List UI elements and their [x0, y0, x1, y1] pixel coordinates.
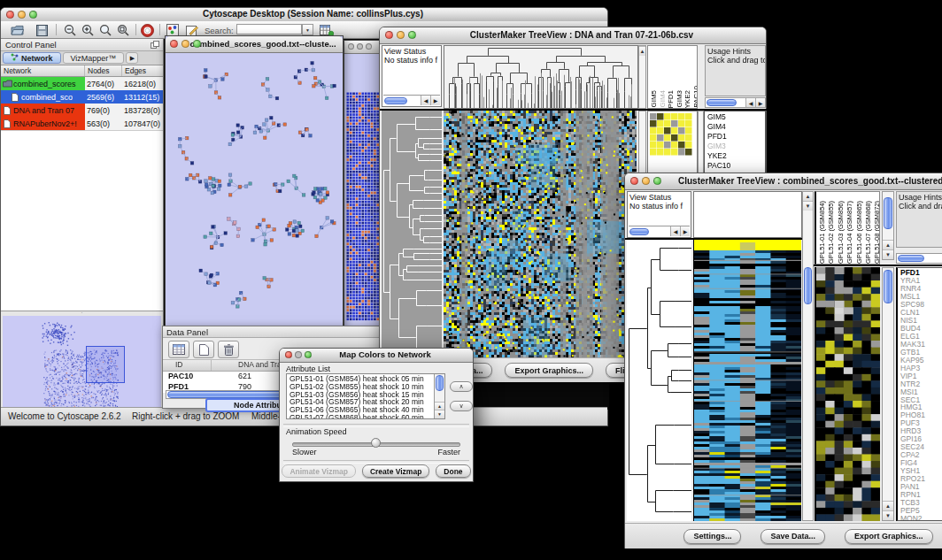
- tv1-heatmap-canvas[interactable]: [444, 111, 637, 357]
- network-list-row[interactable]: combined_scores2764(0)16218(0): [1, 77, 163, 90]
- tv1-column-label[interactable]: PAC10: [692, 86, 699, 108]
- network-list-row[interactable]: combined_sco2569(6)13112(15): [1, 90, 163, 104]
- dense-network-canvas[interactable]: [346, 92, 382, 322]
- scroll-left-button[interactable]: ◀: [670, 226, 680, 236]
- network-list-row[interactable]: DNA and Tran 07769(0)183728(0): [1, 104, 163, 117]
- scrollbar-thumb[interactable]: [436, 375, 444, 391]
- col-edges[interactable]: Edges: [122, 65, 163, 76]
- close-button[interactable]: [630, 177, 638, 185]
- search-input[interactable]: [236, 24, 302, 35]
- tab-network[interactable]: Network: [3, 52, 61, 64]
- zoom-window-button[interactable]: [408, 31, 416, 39]
- minimize-button[interactable]: [357, 43, 363, 50]
- scroll-right-button[interactable]: ▶: [430, 96, 440, 105]
- new-attribute-icon[interactable]: [193, 341, 214, 358]
- tv2-save-data-button[interactable]: Save Data...: [761, 529, 825, 544]
- scrollbar-thumb[interactable]: [384, 97, 407, 104]
- tv1-column-label[interactable]: GIM5: [650, 90, 659, 108]
- attribute-list-item[interactable]: GPL51-07 (GSM868) heat shock 60 min: [290, 414, 434, 419]
- scroll-right-button[interactable]: ▶: [755, 98, 765, 107]
- dialog-done-button[interactable]: Done: [436, 464, 470, 478]
- zoom-window-button[interactable]: [653, 177, 661, 185]
- col-network[interactable]: Network: [1, 65, 85, 76]
- float-panel-icon[interactable]: [151, 41, 159, 50]
- scrollbar-thumb[interactable]: [804, 267, 812, 304]
- tv2-column-label[interactable]: GPL51-02 (GSM855): [827, 201, 836, 264]
- zoom-in-icon[interactable]: [81, 23, 95, 37]
- attribute-listbox[interactable]: GPL51-01 (GSM854) heat shock 05 minGPL51…: [286, 373, 445, 419]
- treeview2-titlebar[interactable]: ClusterMaker TreeView : combined_scores_…: [625, 173, 942, 190]
- scroll-right-button[interactable]: ▶: [680, 226, 690, 236]
- animation-speed-slider[interactable]: [292, 439, 460, 449]
- tv1-column-label[interactable]: GIM4: [659, 90, 668, 108]
- minimize-button[interactable]: [181, 40, 189, 48]
- zoom-window-button[interactable]: [305, 351, 312, 358]
- tv1-column-dendrogram[interactable]: [444, 45, 638, 109]
- scrollbar-thumb[interactable]: [706, 99, 737, 106]
- tv1-status-hscrollbar[interactable]: ◀ ▶: [383, 95, 440, 105]
- close-button[interactable]: [385, 31, 393, 39]
- gene-label[interactable]: MON2: [900, 515, 942, 521]
- help-icon[interactable]: [140, 23, 154, 37]
- select-attributes-icon[interactable]: [168, 341, 189, 358]
- scrollbar-thumb[interactable]: [884, 270, 892, 303]
- tv1-top-vscrollbar[interactable]: ▲: [638, 45, 646, 109]
- tv1-row-label[interactable]: GIM5: [707, 112, 765, 122]
- tv2-zoom-heatmap-canvas[interactable]: [815, 267, 880, 521]
- tv2-genes-vscrollbar[interactable]: ▲ ▼: [882, 267, 894, 521]
- network-overview-canvas[interactable]: [3, 316, 161, 410]
- tv1-row-label[interactable]: YKE2: [707, 151, 765, 161]
- tv1-summary-matrix-canvas[interactable]: [650, 113, 692, 156]
- tv1-row-label[interactable]: PAC10: [707, 161, 765, 171]
- tv2-column-label[interactable]: GPL51-06 (GSM865): [855, 201, 864, 264]
- network-window-titlebar[interactable]: combined_scores_good.txt--cluste...: [166, 36, 343, 53]
- move-up-button[interactable]: ∧: [450, 381, 473, 392]
- tv1-row-label[interactable]: GIM3: [707, 142, 765, 151]
- scroll-up-button[interactable]: ▲: [639, 46, 645, 56]
- scroll-down-button[interactable]: ▼: [435, 410, 444, 418]
- tv2-column-label[interactable]: GPL51-04 (GSM857): [845, 201, 854, 264]
- minimize-button[interactable]: [642, 177, 650, 185]
- tv1-column-label[interactable]: PFD1: [667, 90, 676, 108]
- attribute-list-vscrollbar[interactable]: ▲ ▼: [434, 374, 444, 418]
- zoom-window-button[interactable]: [29, 11, 37, 19]
- zoom-window-button[interactable]: [366, 43, 372, 50]
- minimize-button[interactable]: [397, 31, 405, 39]
- minimize-button[interactable]: [295, 351, 302, 358]
- zoom-fit-icon[interactable]: [98, 23, 112, 37]
- tv2-heatmap-canvas[interactable]: [693, 240, 801, 521]
- scrollbar-thumb[interactable]: [884, 197, 892, 229]
- zoom-window-button[interactable]: [193, 40, 201, 48]
- main-titlebar[interactable]: Cytoscape Desktop (Session Name: collins…: [1, 8, 607, 22]
- tv1-row-label[interactable]: GIM4: [707, 122, 765, 132]
- close-button[interactable]: [170, 40, 178, 48]
- close-button[interactable]: [285, 351, 292, 358]
- tab-vizmapper[interactable]: VizMapper™: [63, 52, 125, 64]
- tv2-settings-button[interactable]: Settings...: [683, 529, 741, 544]
- tv2-row-dendrogram[interactable]: [627, 240, 691, 521]
- col-nodes[interactable]: Nodes: [85, 65, 122, 76]
- dialog-titlebar[interactable]: Map Colors to Network: [280, 349, 473, 363]
- tv2-export-graphics-button[interactable]: Export Graphics...: [845, 529, 933, 544]
- tab-overflow-button[interactable]: ▶: [126, 52, 138, 64]
- treeview1-titlebar[interactable]: ClusterMaker TreeView : DNA and Tran 07-…: [380, 27, 766, 44]
- tv2-hints-hscrollbar[interactable]: ◀: [896, 253, 942, 264]
- tv2-labels-vscrollbar[interactable]: ▲ ▼: [882, 191, 894, 260]
- tv1-hints-hscrollbar[interactable]: ◀ ▶: [705, 97, 766, 108]
- open-file-icon[interactable]: [10, 23, 24, 37]
- tv2-column-label[interactable]: GPL51-03 (GSM856): [837, 201, 845, 264]
- close-button[interactable]: [348, 43, 354, 50]
- tv1-row-dendrogram[interactable]: [382, 111, 442, 357]
- tv1-export-graphics-button[interactable]: Export Graphics...: [505, 363, 593, 378]
- minimize-button[interactable]: [18, 11, 26, 19]
- move-down-button[interactable]: ∨: [450, 401, 473, 411]
- zoom-out-icon[interactable]: [63, 23, 77, 37]
- scroll-up-button[interactable]: ▲: [883, 240, 893, 249]
- delete-attribute-icon[interactable]: [218, 341, 239, 358]
- scroll-down-button[interactable]: ▼: [883, 510, 893, 520]
- zoom-selected-icon[interactable]: [116, 23, 130, 37]
- tv2-column-label[interactable]: GPL51-08 (GSM872): [873, 201, 880, 264]
- network-view-canvas[interactable]: [166, 53, 343, 327]
- network-list-row[interactable]: RNAPuberNov2+!563(0)107847(0): [1, 117, 163, 130]
- close-button[interactable]: [6, 11, 14, 19]
